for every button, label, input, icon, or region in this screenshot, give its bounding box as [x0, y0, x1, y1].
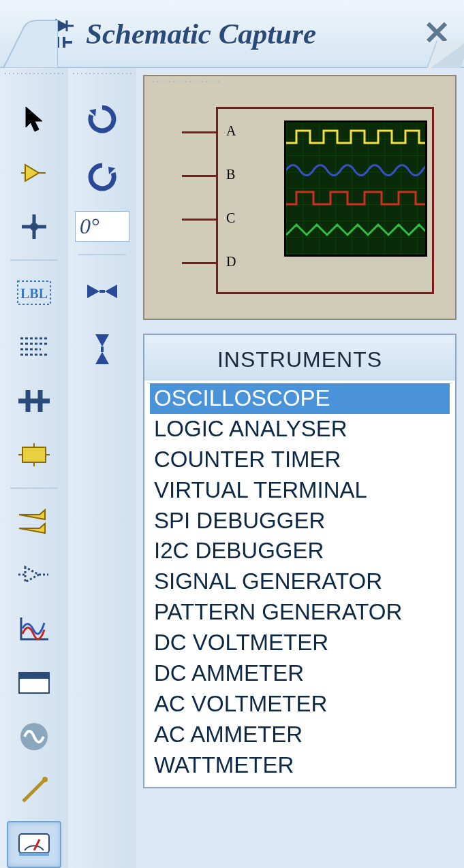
- subcircuit-tool[interactable]: [7, 431, 61, 478]
- instrument-item[interactable]: COUNTER TIMER: [150, 445, 450, 475]
- crosshair-icon: [19, 212, 49, 242]
- text-lines-icon: [18, 334, 50, 359]
- rotate-toolbar: 0°: [68, 68, 136, 868]
- pin-b-label: B: [226, 167, 235, 182]
- svg-text:LBL: LBL: [20, 286, 48, 301]
- toolbar-grip[interactable]: [72, 71, 133, 77]
- instrument-item[interactable]: PATTERN GENERATOR: [150, 597, 450, 628]
- instrument-item[interactable]: DC VOLTMETER: [150, 628, 450, 658]
- svg-rect-5: [19, 673, 49, 679]
- label-tool[interactable]: LBL: [7, 270, 61, 317]
- rotate-ccw-icon: [85, 160, 119, 194]
- pin-d: [182, 262, 216, 264]
- pin-c: [182, 219, 216, 221]
- mirror-h-icon: [83, 279, 121, 304]
- bus-icon: [16, 387, 52, 415]
- tab-bar: Schematic Capture ✕: [0, 0, 464, 68]
- buffer-icon: [16, 563, 52, 586]
- graph-icon: [17, 615, 51, 643]
- selection-tool[interactable]: [7, 95, 61, 142]
- junction-tool[interactable]: [7, 203, 61, 250]
- instrument-item[interactable]: AC AMMETER: [150, 720, 450, 750]
- waveforms-icon: [286, 123, 427, 257]
- sine-icon: [18, 720, 50, 753]
- tab-title: Schematic Capture: [86, 17, 409, 50]
- pin-c-label: C: [226, 210, 235, 226]
- separator: [78, 254, 126, 255]
- left-toolbar: LBL: [0, 68, 68, 868]
- window-icon: [16, 670, 52, 696]
- instrument-item[interactable]: SPI DEBUGGER: [150, 506, 450, 536]
- pin-tool[interactable]: [7, 551, 61, 598]
- instrument-item[interactable]: WATTMETER: [150, 750, 450, 781]
- rotate-ccw-button[interactable]: [75, 153, 129, 201]
- instruments-header: INSTRUMENTS: [144, 335, 455, 381]
- probe-tool[interactable]: [7, 767, 61, 814]
- rotate-cw-button[interactable]: [75, 95, 129, 143]
- cursor-icon: [20, 104, 48, 134]
- label-icon: LBL: [15, 278, 53, 307]
- meter-icon: [16, 830, 52, 858]
- scope-screen: [284, 120, 427, 257]
- separator: [10, 487, 58, 489]
- terminals-icon: [16, 507, 52, 535]
- mirror-horizontal-button[interactable]: [75, 268, 129, 315]
- instrument-item[interactable]: DC AMMETER: [150, 658, 450, 689]
- pin-b: [182, 175, 216, 177]
- toolbar-grip[interactable]: [3, 71, 65, 77]
- terminal-tool[interactable]: [7, 498, 61, 545]
- mirror-v-icon: [90, 330, 114, 368]
- svg-rect-3: [22, 447, 46, 462]
- probe-icon: [18, 774, 50, 807]
- svg-point-0: [30, 223, 38, 231]
- separator: [10, 259, 58, 261]
- chip-icon: [16, 442, 52, 468]
- pin-a-label: A: [226, 123, 236, 139]
- mirror-vertical-button[interactable]: [75, 325, 129, 373]
- generator-tool[interactable]: [7, 713, 61, 760]
- instrument-item[interactable]: OSCILLOSCOPE: [150, 383, 450, 414]
- tab-slope: [3, 17, 58, 68]
- angle-input[interactable]: 0°: [75, 211, 129, 242]
- svg-rect-9: [19, 853, 49, 856]
- rotate-cw-icon: [85, 102, 119, 136]
- instruments-list[interactable]: OSCILLOSCOPELOGIC ANALYSERCOUNTER TIMERV…: [144, 381, 455, 787]
- instrument-item[interactable]: VIRTUAL TERMINAL: [150, 475, 450, 506]
- instrument-item[interactable]: AC VOLTMETER: [150, 689, 450, 720]
- gate-icon: [18, 159, 50, 187]
- tape-tool[interactable]: [7, 659, 61, 706]
- script-tool[interactable]: [7, 323, 61, 370]
- svg-point-7: [42, 777, 48, 782]
- pin-a: [182, 131, 216, 133]
- instrument-item[interactable]: I2C DEBUGGER: [150, 536, 450, 566]
- instrument-item[interactable]: SIGNAL GENERATOR: [150, 566, 450, 597]
- instruments-panel: INSTRUMENTS OSCILLOSCOPELOGIC ANALYSERCO…: [143, 334, 457, 788]
- instruments-tool[interactable]: [7, 821, 61, 868]
- oscilloscope-symbol: A B C D: [185, 107, 431, 291]
- pin-d-label: D: [226, 254, 236, 270]
- bus-tool[interactable]: [7, 377, 61, 424]
- instrument-item[interactable]: LOGIC ANALYSER: [150, 414, 450, 445]
- component-tool[interactable]: [7, 149, 61, 196]
- panel-grip[interactable]: [151, 80, 219, 85]
- component-preview: A B C D: [143, 75, 457, 320]
- graph-tool[interactable]: [7, 605, 61, 652]
